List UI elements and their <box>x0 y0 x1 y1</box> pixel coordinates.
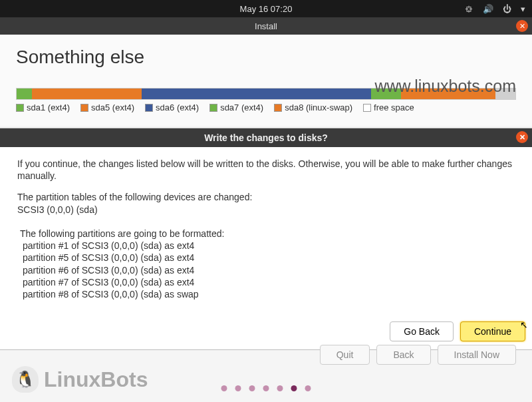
legend-item: sda1 (ext4) <box>16 102 70 112</box>
dialog-body: If you continue, the changes listed belo… <box>0 147 532 321</box>
dot <box>277 385 283 391</box>
legend-label: sda5 (ext4) <box>91 102 134 112</box>
legend-item: sda6 (ext4) <box>145 102 199 112</box>
dot <box>235 385 241 391</box>
power-icon[interactable]: ⏻ <box>503 4 511 14</box>
dialog-close-icon[interactable]: ✕ <box>516 131 528 143</box>
window-titlebar: Install ✕ <box>0 17 532 35</box>
dot-active <box>291 385 297 391</box>
top-menu-bar: May 16 07:20 ⯐ 🔊 ⏻ ▾ <box>0 0 532 17</box>
partition-segment[interactable] <box>17 89 32 99</box>
go-back-button[interactable]: Go Back <box>390 321 454 341</box>
legend-label: sda1 (ext4) <box>27 102 70 112</box>
legend-swatch <box>209 104 217 112</box>
dot <box>249 385 255 391</box>
install-window: Install ✕ Something else sda1 (ext4)sda5… <box>0 17 532 126</box>
window-title: Install <box>255 21 277 31</box>
legend-label: sda6 (ext4) <box>156 102 199 112</box>
format-line: partition #5 of SCSI3 (0,0,0) (sda) as e… <box>20 252 515 264</box>
legend-label: sda7 (ext4) <box>220 102 263 112</box>
sound-icon[interactable]: 🔊 <box>483 4 493 14</box>
page-title: Something else <box>16 47 516 68</box>
continue-button[interactable]: Continue <box>460 321 525 341</box>
legend-item: sda8 (linux-swap) <box>274 102 352 112</box>
format-line: partition #7 of SCSI3 (0,0,0) (sda) as e… <box>20 276 515 288</box>
tables-device: SCSI3 (0,0,0) (sda) <box>17 204 515 216</box>
legend-swatch <box>363 104 371 112</box>
legend-label: free space <box>374 102 414 112</box>
dialog-title: Write the changes to disks? <box>204 132 328 143</box>
partition-legend: sda1 (ext4)sda5 (ext4)sda6 (ext4)sda7 (e… <box>16 102 516 112</box>
back-button[interactable]: Back <box>376 345 430 365</box>
legend-item: sda5 (ext4) <box>80 102 134 112</box>
dialog-titlebar: Write the changes to disks? ✕ <box>0 128 532 147</box>
network-icon[interactable]: ⯐ <box>465 4 473 14</box>
logo-text: LinuxBots <box>44 367 148 392</box>
dot <box>263 385 269 391</box>
progress-dots <box>221 385 311 391</box>
dot <box>305 385 311 391</box>
format-line: partition #1 of SCSI3 (0,0,0) (sda) as e… <box>20 240 515 252</box>
format-line: partition #8 of SCSI3 (0,0,0) (sda) as s… <box>20 288 515 300</box>
legend-swatch <box>80 104 88 112</box>
watermark-text: www.linuxbots.com <box>374 77 516 96</box>
legend-swatch <box>274 104 282 112</box>
logo: 🐧 LinuxBots <box>12 366 148 393</box>
dialog-intro: If you continue, the changes listed belo… <box>17 158 515 182</box>
cursor-icon: ↖ <box>520 319 528 330</box>
legend-swatch <box>145 104 153 112</box>
install-now-button[interactable]: Install Now <box>438 345 516 365</box>
legend-label: sda8 (linux-swap) <box>285 102 352 112</box>
install-nav-buttons: Quit Back Install Now <box>320 345 516 365</box>
format-line: partition #6 of SCSI3 (0,0,0) (sda) as e… <box>20 264 515 276</box>
legend-item: free space <box>363 102 414 112</box>
system-tray: ⯐ 🔊 ⏻ ▾ <box>465 4 525 14</box>
confirm-dialog: Write the changes to disks? ✕ If you con… <box>0 128 532 350</box>
format-header: The following partitions are going to be… <box>17 228 515 240</box>
legend-swatch <box>16 104 24 112</box>
penguin-icon: 🐧 <box>12 366 39 393</box>
quit-button[interactable]: Quit <box>320 345 370 365</box>
dot <box>221 385 227 391</box>
partition-segment[interactable] <box>142 89 371 99</box>
close-icon[interactable]: ✕ <box>516 20 528 32</box>
legend-item: sda7 (ext4) <box>209 102 263 112</box>
tables-header: The partition tables of the following de… <box>17 191 515 203</box>
dropdown-icon[interactable]: ▾ <box>521 4 525 14</box>
format-section: The following partitions are going to be… <box>17 228 515 300</box>
clock: May 16 07:20 <box>240 4 293 14</box>
partition-segment[interactable] <box>32 89 142 99</box>
